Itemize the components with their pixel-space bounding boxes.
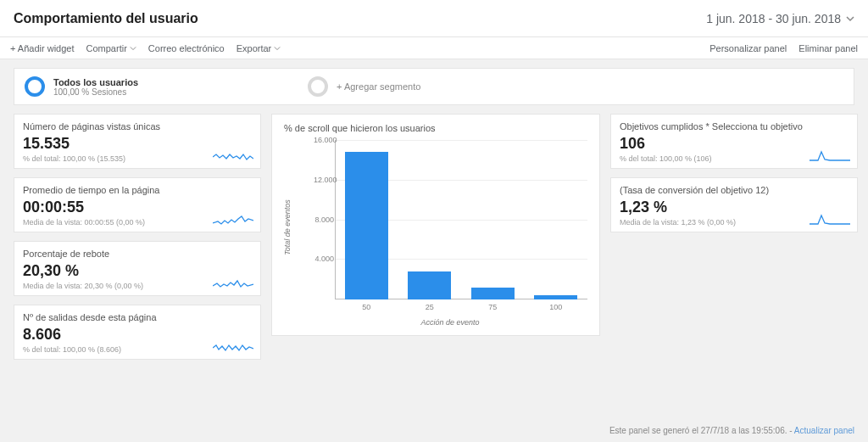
segment-bar: Todos los usuarios 100,00 % Sesiones + A… bbox=[14, 68, 854, 105]
sparkline-icon bbox=[213, 149, 253, 163]
delete-panel-button[interactable]: Eliminar panel bbox=[798, 43, 858, 53]
sparkline-icon bbox=[213, 213, 253, 227]
chart-y-axis-label: Total de eventos bbox=[283, 199, 292, 255]
footer-text: Este panel se generó el 27/7/18 a las 19… bbox=[609, 426, 854, 435]
chart-y-tick: 8.000 bbox=[314, 215, 334, 224]
widget-title: Promedio de tiempo en la página bbox=[23, 185, 252, 195]
add-widget-button[interactable]: + Añadir widget bbox=[10, 43, 75, 53]
chart-plot-area: Total de eventos 4.0008.00012.00016.000 … bbox=[313, 140, 587, 315]
email-button[interactable]: Correo electrónico bbox=[148, 43, 225, 53]
widget-exits[interactable]: Nº de salidas desde esta página 8.606 % … bbox=[14, 305, 261, 360]
refresh-panel-link[interactable]: Actualizar panel bbox=[794, 426, 854, 435]
segment-circle-icon bbox=[25, 76, 45, 97]
page-title: Comportamiento del usuario bbox=[14, 11, 198, 26]
widget-avg-time[interactable]: Promedio de tiempo en la página 00:00:55… bbox=[14, 177, 261, 232]
segment-title: Todos los usuarios bbox=[53, 77, 138, 87]
chevron-down-icon bbox=[846, 14, 854, 23]
sparkline-icon bbox=[213, 340, 253, 354]
chart-x-tick: 100 bbox=[525, 301, 588, 315]
toolbar: + Añadir widget Compartir Correo electró… bbox=[0, 37, 868, 59]
export-button[interactable]: Exportar bbox=[236, 43, 281, 53]
chart-x-tick: 25 bbox=[398, 301, 462, 315]
widget-title: Número de páginas vistas únicas bbox=[23, 121, 252, 131]
sparkline-icon bbox=[213, 277, 253, 290]
widget-title: Nº de salidas desde esta página bbox=[23, 312, 252, 322]
chart-bar bbox=[471, 288, 515, 299]
chevron-down-icon bbox=[130, 45, 136, 52]
chart-bar bbox=[345, 152, 388, 299]
chart-title: % de scroll que hicieron los usuarios bbox=[284, 123, 587, 133]
sparkline-icon bbox=[810, 213, 850, 227]
chevron-down-icon bbox=[274, 45, 281, 52]
customize-panel-button[interactable]: Personalizar panel bbox=[709, 43, 787, 53]
widget-goals[interactable]: Objetivos cumplidos * Selecciona tu obje… bbox=[610, 114, 858, 169]
sparkline-icon bbox=[810, 149, 850, 163]
widget-title: Objetivos cumplidos * Selecciona tu obje… bbox=[620, 121, 849, 131]
chart-y-tick: 16.000 bbox=[314, 136, 334, 144]
segment-add[interactable]: + Agregar segmento bbox=[308, 76, 420, 97]
widget-scroll-chart[interactable]: % de scroll que hicieron los usuarios To… bbox=[271, 114, 600, 336]
chart-x-tick: 50 bbox=[335, 301, 398, 315]
chart-y-tick: 12.000 bbox=[314, 176, 334, 184]
widget-conversion-rate[interactable]: (Tasa de conversión del objetivo 12) 1,2… bbox=[610, 177, 858, 232]
chart-x-axis-label: Acción de evento bbox=[313, 318, 587, 327]
chart-x-ticks: 502575100 bbox=[335, 301, 587, 315]
chart-y-tick: 4.000 bbox=[314, 255, 334, 263]
segment-current[interactable]: Todos los usuarios 100,00 % Sesiones bbox=[25, 76, 138, 97]
segment-empty-circle-icon bbox=[308, 76, 328, 97]
chart-bar bbox=[408, 271, 451, 299]
widget-title: (Tasa de conversión del objetivo 12) bbox=[620, 185, 849, 195]
widget-title: Porcentaje de rebote bbox=[23, 249, 252, 259]
share-button[interactable]: Compartir bbox=[86, 43, 136, 53]
widget-bounce-rate[interactable]: Porcentaje de rebote 20,30 % Media de la… bbox=[14, 241, 261, 296]
segment-sub: 100,00 % Sesiones bbox=[53, 87, 138, 97]
segment-add-label: + Agregar segmento bbox=[337, 81, 420, 92]
chart-bars bbox=[335, 140, 587, 299]
widget-unique-pageviews[interactable]: Número de páginas vistas únicas 15.535 %… bbox=[14, 114, 261, 169]
date-range-text: 1 jun. 2018 - 30 jun. 2018 bbox=[706, 12, 841, 25]
date-range-picker[interactable]: 1 jun. 2018 - 30 jun. 2018 bbox=[706, 12, 854, 25]
chart-x-tick: 75 bbox=[461, 301, 525, 315]
chart-bar bbox=[534, 295, 577, 299]
